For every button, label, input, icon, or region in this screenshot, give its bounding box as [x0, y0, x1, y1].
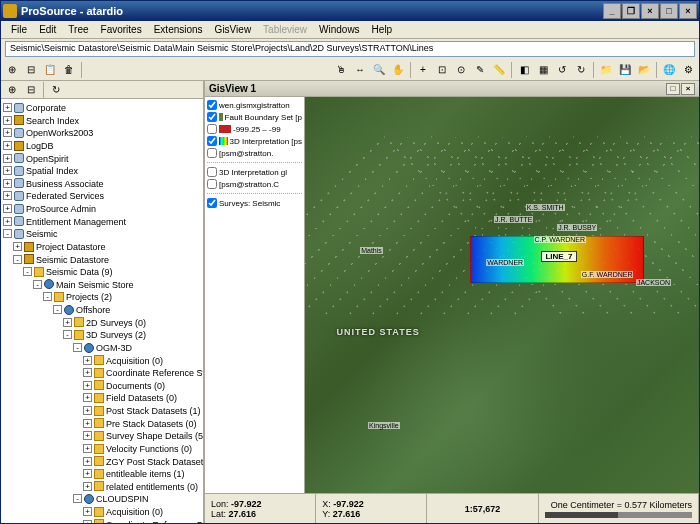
- tool-r-9[interactable]: ◧: [515, 61, 533, 79]
- tree-node[interactable]: +Field Datasets (0): [3, 391, 201, 404]
- tree-toggle[interactable]: -: [63, 330, 72, 339]
- tree-toggle[interactable]: -: [73, 494, 82, 503]
- tree-node[interactable]: +Documents (0): [3, 379, 201, 392]
- tree-node[interactable]: +Project Datastore: [3, 240, 201, 253]
- tree-toggle[interactable]: +: [3, 141, 12, 150]
- tree-node[interactable]: +Velocity Functions (0): [3, 442, 201, 455]
- tree-label[interactable]: Spatial Index: [26, 166, 78, 176]
- tree-toggle[interactable]: -: [13, 255, 22, 264]
- tool-r-0[interactable]: 🖱: [332, 61, 350, 79]
- tree-toggle[interactable]: -: [23, 267, 32, 276]
- tool-r-11[interactable]: ↺: [553, 61, 571, 79]
- close-button[interactable]: ×: [641, 3, 659, 19]
- tree-toggle[interactable]: +: [83, 457, 92, 466]
- tree-label[interactable]: Field Datasets (0): [106, 393, 177, 403]
- tree-label[interactable]: CLOUDSPIN: [96, 494, 149, 504]
- menu-favorites[interactable]: Favorites: [95, 22, 148, 37]
- tree-toggle[interactable]: -: [53, 305, 62, 314]
- tree-node[interactable]: +Coordinate Reference Sy: [3, 366, 201, 379]
- tree-label[interactable]: Offshore: [76, 305, 110, 315]
- menu-extensions[interactable]: Extensions: [148, 22, 209, 37]
- tree-node[interactable]: +2D Surveys (0): [3, 316, 201, 329]
- tree-toggle[interactable]: +: [3, 204, 12, 213]
- tool-r-3[interactable]: ✋: [389, 61, 407, 79]
- tree-node[interactable]: +OpenSpirit: [3, 152, 201, 165]
- tree-toggle[interactable]: +: [83, 406, 92, 415]
- layer-checkbox[interactable]: [207, 100, 217, 110]
- tree-toggle[interactable]: -: [73, 343, 82, 352]
- tree-label[interactable]: 3D Surveys (2): [86, 330, 146, 340]
- tree-toggle[interactable]: +: [3, 217, 12, 226]
- tree-toggle[interactable]: +: [83, 431, 92, 440]
- tree-label[interactable]: related entitlements (0): [106, 481, 198, 491]
- tree-label[interactable]: Federated Services: [26, 191, 104, 201]
- tree-label[interactable]: Survey Shape Details (5): [106, 431, 203, 441]
- tool-l-0[interactable]: ⊕: [3, 61, 21, 79]
- tree-node[interactable]: +Post Stack Datasets (1): [3, 404, 201, 417]
- tree-toggle[interactable]: +: [3, 166, 12, 175]
- tool-l-1[interactable]: ⊟: [22, 61, 40, 79]
- tree-node[interactable]: +related entitlements (0): [3, 480, 201, 493]
- restore-button[interactable]: ❐: [622, 3, 640, 19]
- gisview-max-button[interactable]: □: [666, 83, 680, 95]
- tree-label[interactable]: Search Index: [26, 115, 79, 125]
- tree-toggle[interactable]: +: [3, 154, 12, 163]
- tree-node[interactable]: -OGM-3D: [3, 341, 201, 354]
- tool-r-15[interactable]: 📂: [635, 61, 653, 79]
- tool-r-16[interactable]: 🌐: [660, 61, 678, 79]
- tool-r-14[interactable]: 💾: [616, 61, 634, 79]
- tree-label[interactable]: ZGY Post Stack Datasets: [106, 456, 203, 466]
- menu-help[interactable]: Help: [366, 22, 399, 37]
- layer-checkbox[interactable]: [207, 167, 217, 177]
- tree-node[interactable]: +Survey Shape Details (5): [3, 429, 201, 442]
- menu-tableview[interactable]: Tableview: [257, 22, 313, 37]
- tree-toggle[interactable]: +: [3, 191, 12, 200]
- tree-toggle[interactable]: +: [3, 179, 12, 188]
- menu-windows[interactable]: Windows: [313, 22, 366, 37]
- tree-toggle[interactable]: +: [83, 444, 92, 453]
- tree-label[interactable]: ProSource Admin: [26, 204, 96, 214]
- tree-label[interactable]: Post Stack Datasets (1): [106, 406, 201, 416]
- tool-r-5[interactable]: ⊡: [433, 61, 451, 79]
- menu-file[interactable]: File: [5, 22, 33, 37]
- close2-button[interactable]: ×: [679, 3, 697, 19]
- tree-label[interactable]: Pre Stack Datasets (0): [106, 418, 197, 428]
- layer-checkbox[interactable]: [207, 148, 217, 158]
- menu-edit[interactable]: Edit: [33, 22, 62, 37]
- tool-r-6[interactable]: ⊙: [452, 61, 470, 79]
- tree-toggle[interactable]: +: [83, 393, 92, 402]
- layer-item[interactable]: 3D Interpretation gl: [207, 166, 302, 178]
- tree-label[interactable]: Project Datastore: [36, 242, 106, 252]
- tree-label[interactable]: OpenWorks2003: [26, 128, 93, 138]
- tree-node[interactable]: -3D Surveys (2): [3, 328, 201, 341]
- tool-l-2[interactable]: 📋: [41, 61, 59, 79]
- layer-checkbox[interactable]: [207, 198, 217, 208]
- tool-r-13[interactable]: 📁: [597, 61, 615, 79]
- tree-node[interactable]: +ProSource Admin: [3, 202, 201, 215]
- tree-node[interactable]: -Seismic Datastore: [3, 253, 201, 266]
- tree-node[interactable]: +Coordinate Reference Sy: [3, 518, 201, 523]
- tree-toggle[interactable]: +: [13, 242, 22, 251]
- tool-r-10[interactable]: ▦: [534, 61, 552, 79]
- layer-checkbox[interactable]: [207, 112, 217, 122]
- tree-label[interactable]: Acquisition (0): [106, 507, 163, 517]
- tree-node[interactable]: +OpenWorks2003: [3, 126, 201, 139]
- tree-label[interactable]: OpenSpirit: [26, 153, 69, 163]
- tree-remove-button[interactable]: ⊟: [22, 81, 40, 99]
- tree-toggle[interactable]: +: [63, 318, 72, 327]
- layer-item[interactable]: wen.gismxgistratton: [207, 99, 302, 111]
- tree-node[interactable]: -Seismic Data (9): [3, 265, 201, 278]
- tool-r-1[interactable]: ↔: [351, 61, 369, 79]
- tool-r-8[interactable]: 📏: [490, 61, 508, 79]
- tree-add-button[interactable]: ⊕: [3, 81, 21, 99]
- tree-toggle[interactable]: +: [3, 103, 12, 112]
- tree-node[interactable]: +Spatial Index: [3, 164, 201, 177]
- tool-r-7[interactable]: ✎: [471, 61, 489, 79]
- gisview-close-button[interactable]: ×: [681, 83, 695, 95]
- maximize-button[interactable]: □: [660, 3, 678, 19]
- layer-checkbox[interactable]: [207, 179, 217, 189]
- tree-toggle[interactable]: +: [83, 469, 92, 478]
- tree-toggle[interactable]: +: [83, 507, 92, 516]
- tree-refresh-button[interactable]: ↻: [47, 81, 65, 99]
- tree-label[interactable]: Seismic Datastore: [36, 254, 109, 264]
